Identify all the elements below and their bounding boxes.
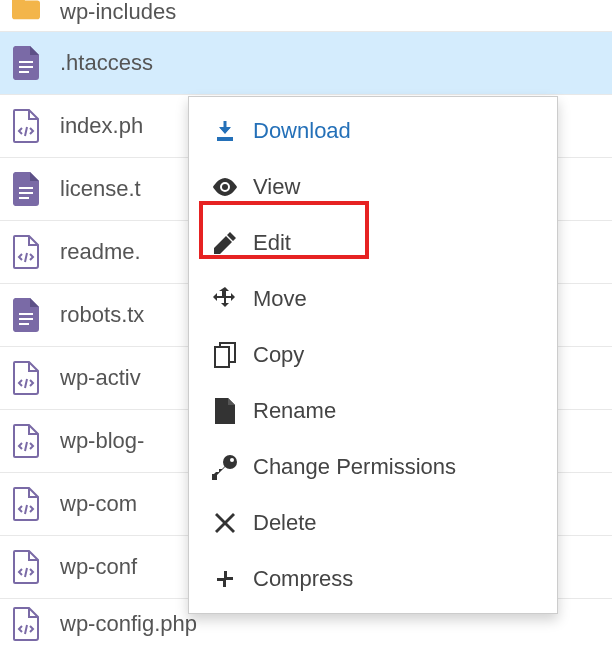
file-name: wp-activ — [60, 365, 141, 391]
code-file-icon — [12, 424, 40, 458]
text-file-icon — [12, 46, 40, 80]
svg-rect-4 — [19, 192, 33, 194]
svg-rect-2 — [19, 71, 29, 73]
menu-item-compress[interactable]: Compress — [189, 551, 557, 607]
file-name: robots.tx — [60, 302, 144, 328]
menu-item-label: Download — [253, 118, 351, 144]
copy-icon — [211, 342, 239, 368]
text-file-icon — [12, 298, 40, 332]
file-row[interactable]: wp-includes — [0, 0, 612, 32]
file-name: wp-com — [60, 491, 137, 517]
menu-item-label: Delete — [253, 510, 317, 536]
file-row[interactable]: .htaccess — [0, 32, 612, 95]
menu-item-label: Rename — [253, 398, 336, 424]
menu-item-move[interactable]: Move — [189, 271, 557, 327]
code-file-icon — [12, 487, 40, 521]
file-name: wp-config.php — [60, 611, 197, 637]
menu-item-delete[interactable]: Delete — [189, 495, 557, 551]
menu-item-label: Compress — [253, 566, 353, 592]
move-icon — [211, 287, 239, 311]
svg-rect-0 — [19, 61, 33, 63]
menu-item-copy[interactable]: Copy — [189, 327, 557, 383]
pencil-icon — [211, 232, 239, 254]
svg-point-10 — [222, 184, 228, 190]
svg-rect-3 — [19, 187, 33, 189]
code-file-icon — [12, 235, 40, 269]
menu-item-rename[interactable]: Rename — [189, 383, 557, 439]
file-name: wp-conf — [60, 554, 137, 580]
context-menu: Download View Edit Move Copy Rename — [188, 96, 558, 614]
folder-icon — [12, 0, 40, 25]
eye-icon — [211, 178, 239, 196]
svg-point-12 — [230, 458, 234, 462]
compress-icon — [211, 568, 239, 590]
file-name: wp-includes — [60, 0, 176, 25]
menu-item-download[interactable]: Download — [189, 103, 557, 159]
file-name: wp-blog- — [60, 428, 144, 454]
svg-rect-7 — [19, 318, 33, 320]
file-icon — [211, 398, 239, 424]
code-file-icon — [12, 607, 40, 641]
menu-item-label: Edit — [253, 230, 291, 256]
svg-rect-9 — [217, 137, 233, 141]
menu-item-label: View — [253, 174, 300, 200]
key-icon — [211, 454, 239, 480]
svg-rect-8 — [19, 323, 29, 325]
file-name: .htaccess — [60, 50, 153, 76]
text-file-icon — [12, 172, 40, 206]
menu-item-permissions[interactable]: Change Permissions — [189, 439, 557, 495]
svg-rect-13 — [212, 474, 217, 480]
code-file-icon — [12, 361, 40, 395]
svg-point-11 — [223, 455, 237, 469]
menu-item-edit[interactable]: Edit — [189, 215, 557, 271]
menu-item-label: Move — [253, 286, 307, 312]
file-name: readme. — [60, 239, 141, 265]
file-name: license.t — [60, 176, 141, 202]
delete-icon — [211, 513, 239, 533]
menu-item-label: Copy — [253, 342, 304, 368]
file-name: index.ph — [60, 113, 143, 139]
code-file-icon — [12, 109, 40, 143]
menu-item-label: Change Permissions — [253, 454, 456, 480]
svg-rect-6 — [19, 313, 33, 315]
download-icon — [211, 119, 239, 143]
code-file-icon — [12, 550, 40, 584]
svg-rect-1 — [19, 66, 33, 68]
menu-item-view[interactable]: View — [189, 159, 557, 215]
svg-rect-5 — [19, 197, 29, 199]
